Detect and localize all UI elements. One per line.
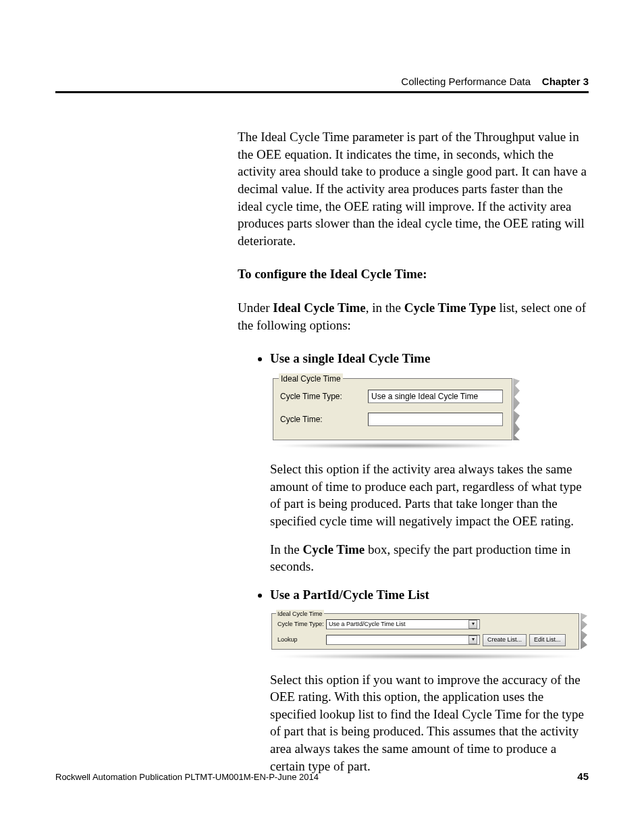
screenshot-single-cycle-time: Ideal Cycle Time Cycle Time Type: Use a … [270,374,520,448]
label-cycle-time-type: Cycle Time Type: [280,391,368,402]
screenshot-shadow [273,443,516,448]
publication-id: Rockwell Automation Publication PLTMT-UM… [55,772,319,782]
option-description-2: In the Cycle Time box, specify the part … [270,541,589,575]
option-description-1: Select this option if you want to improv… [270,671,589,775]
screenshot-shadow [271,654,582,659]
header-chapter: Chapter 3 [542,76,589,87]
instruction-paragraph: Under Ideal Cycle Time, in the Cycle Tim… [238,299,589,334]
option-title: Use a PartId/Cycle Time List [270,588,429,602]
row-lookup: Lookup ▾ Create List... Edit List... [277,634,566,646]
groupbox-legend: Ideal Cycle Time [279,373,343,384]
combo-lookup[interactable]: ▾ [326,635,480,645]
groupbox-ideal-cycle-time: Ideal Cycle Time Cycle Time Type: Use a … [273,378,512,440]
text: Under [238,301,273,315]
text-bold: Cycle Time Type [404,301,496,315]
label-cycle-time: Cycle Time: [280,414,368,425]
field-cycle-time-type[interactable]: Use a single Ideal Cycle Time [368,390,503,403]
combo-value: Use a PartId/Cycle Time List [329,620,406,628]
page-number: 45 [577,771,589,782]
text-bold: Ideal Cycle Time [273,301,366,315]
text: In the [270,542,303,556]
header-section: Collecting Performance Data [401,76,531,87]
page: Collecting Performance Data Chapter 3 Th… [0,0,644,834]
option-description-1: Select this option if the activity area … [270,461,589,530]
header-rule [55,91,589,93]
row-cycle-time-type: Cycle Time Type: Use a single Ideal Cycl… [280,390,503,403]
combo-cycle-time-type[interactable]: Use a PartId/Cycle Time List ▾ [326,619,480,629]
screenshot-partid-list: Ideal Cycle Time Cycle Time Type: Use a … [270,610,587,659]
row-cycle-time: Cycle Time: [280,413,503,426]
label-lookup: Lookup [277,635,326,644]
text: , in the [366,301,404,315]
groupbox-ideal-cycle-time: Ideal Cycle Time Cycle Time Type: Use a … [271,613,579,650]
create-list-button[interactable]: Create List... [483,634,527,646]
groupbox-legend: Ideal Cycle Time [276,610,324,618]
row-cycle-time-type: Cycle Time Type: Use a PartId/Cycle Time… [277,619,480,629]
option-single-ideal-cycle-time: Use a single Ideal Cycle Time Ideal Cycl… [270,350,589,575]
edit-list-button[interactable]: Edit List... [529,634,566,646]
torn-edge [581,613,587,650]
text-bold: Cycle Time [303,542,365,556]
option-partid-list: Use a PartId/Cycle Time List Ideal Cycle… [270,586,589,775]
label-cycle-time-type: Cycle Time Type: [277,620,326,628]
torn-edge [513,378,520,440]
footer: Rockwell Automation Publication PLTMT-UM… [55,771,589,782]
option-title: Use a single Ideal Cycle Time [270,351,430,365]
body-column: The Ideal Cycle Time parameter is part o… [238,128,589,785]
chevron-down-icon[interactable]: ▾ [468,620,477,629]
input-cycle-time[interactable] [368,413,503,426]
options-list: Use a single Ideal Cycle Time Ideal Cycl… [238,350,589,775]
chevron-down-icon[interactable]: ▾ [468,635,477,644]
intro-paragraph: The Ideal Cycle Time parameter is part o… [238,128,589,249]
configure-heading: To configure the Ideal Cycle Time: [238,265,589,283]
running-header: Collecting Performance Data Chapter 3 [55,76,589,87]
